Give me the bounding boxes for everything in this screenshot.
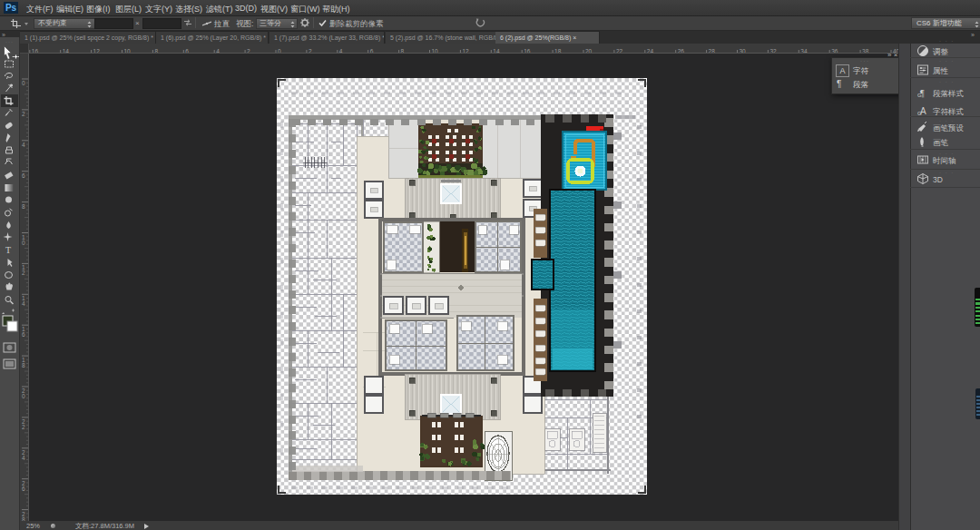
- svg-text:14: 14: [63, 48, 70, 54]
- svg-text:8: 8: [22, 203, 25, 210]
- svg-text:4: 4: [339, 48, 343, 54]
- svg-text:G: G: [917, 111, 922, 116]
- svg-text:6: 6: [370, 48, 374, 54]
- svg-text:G: G: [917, 93, 922, 98]
- svg-text:10: 10: [432, 48, 439, 54]
- svg-text:26: 26: [678, 48, 685, 54]
- svg-text:20: 20: [585, 48, 593, 54]
- svg-text:28: 28: [709, 48, 716, 54]
- svg-text:6: 6: [22, 486, 25, 492]
- svg-text:34: 34: [800, 48, 808, 54]
- svg-text:8: 8: [22, 362, 25, 368]
- svg-text:8: 8: [154, 48, 158, 54]
- svg-text:6: 6: [185, 48, 189, 54]
- svg-text:4: 4: [22, 142, 25, 148]
- svg-text:14: 14: [493, 48, 500, 54]
- svg-text:38: 38: [862, 48, 869, 54]
- svg-text:12: 12: [93, 48, 101, 54]
- svg-text:4: 4: [22, 300, 25, 307]
- svg-text:32: 32: [769, 48, 777, 54]
- svg-text:2: 2: [22, 111, 25, 117]
- svg-text:24: 24: [647, 48, 654, 54]
- svg-text:0: 0: [22, 393, 25, 399]
- svg-text:0: 0: [22, 240, 25, 246]
- svg-text:16: 16: [32, 48, 39, 54]
- svg-text:2: 2: [22, 424, 25, 430]
- svg-text:4: 4: [22, 455, 25, 461]
- svg-text:18: 18: [554, 48, 562, 54]
- svg-text:6: 6: [22, 331, 25, 338]
- svg-text:2: 2: [247, 48, 250, 54]
- svg-text:0: 0: [278, 48, 281, 54]
- svg-text:12: 12: [462, 48, 469, 54]
- svg-text:6: 6: [22, 172, 25, 179]
- svg-text:0: 0: [22, 80, 25, 86]
- svg-text:T: T: [5, 245, 11, 255]
- svg-text:4: 4: [216, 48, 220, 54]
- svg-text:8: 8: [401, 48, 405, 54]
- svg-text:16: 16: [524, 48, 531, 54]
- svg-text:22: 22: [616, 48, 623, 54]
- svg-text:36: 36: [831, 48, 838, 54]
- svg-text:2: 2: [22, 270, 25, 276]
- svg-text:2: 2: [309, 48, 312, 54]
- svg-text:10: 10: [124, 48, 132, 54]
- svg-text:30: 30: [740, 48, 747, 54]
